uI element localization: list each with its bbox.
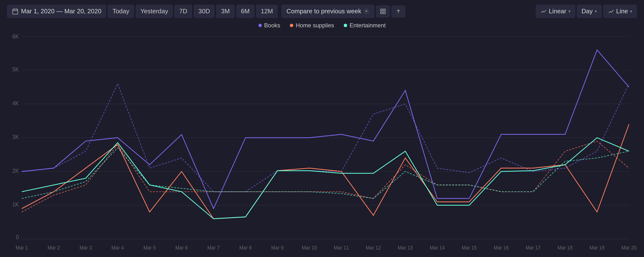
books-solid-line — [22, 50, 629, 209]
chevron-down-icon: ▾ — [568, 9, 570, 14]
books-legend-dot — [258, 24, 262, 27]
yesterday-button[interactable]: Yesterday — [136, 5, 173, 18]
line-chart-icon — [608, 8, 614, 15]
y-label-2k: 2K — [12, 167, 19, 174]
entertainment-legend-dot — [344, 24, 347, 27]
svg-text:Mar 5: Mar 5 — [143, 245, 156, 250]
svg-text:Mar 13: Mar 13 — [398, 245, 413, 250]
line-label: Line — [616, 8, 628, 15]
svg-rect-6 — [380, 12, 382, 14]
compare-button[interactable]: Compare to previous week ✕ — [282, 5, 374, 18]
home-supplies-legend-label: Home supplies — [296, 22, 334, 29]
svg-text:Mar 7: Mar 7 — [208, 245, 220, 250]
30d-button[interactable]: 30D — [194, 5, 215, 18]
upload-icon-button[interactable] — [392, 6, 405, 17]
date-range-button[interactable]: Mar 1, 2020 — Mar 20, 2020 — [7, 5, 106, 18]
home-supplies-legend-dot — [290, 24, 293, 27]
svg-text:Mar 1: Mar 1 — [16, 245, 28, 250]
entertainment-solid-line — [22, 138, 629, 219]
y-label-3k: 3K — [12, 134, 19, 140]
compare-label: Compare to previous week — [286, 8, 361, 15]
svg-text:Mar 2: Mar 2 — [48, 245, 60, 250]
legend-home-supplies: Home supplies — [290, 22, 334, 29]
legend-books: Books — [258, 22, 280, 29]
svg-text:Mar 15: Mar 15 — [462, 245, 477, 250]
svg-text:Mar 17: Mar 17 — [526, 245, 540, 250]
entertainment-dotted-line — [22, 148, 629, 198]
y-label-4k: 4K — [12, 100, 19, 106]
entertainment-legend-label: Entertainment — [350, 22, 386, 29]
grid-icon-button[interactable] — [376, 6, 390, 17]
svg-text:Mar 16: Mar 16 — [494, 245, 508, 250]
3m-button[interactable]: 3M — [216, 5, 234, 18]
svg-rect-7 — [384, 12, 385, 14]
line-chart: 0 1K 2K 3K 4K 5K 6K Mar 1 Mar 2 Mar 3 Ma… — [7, 31, 637, 254]
today-button[interactable]: Today — [108, 5, 134, 18]
books-legend-label: Books — [264, 22, 280, 29]
line-dropdown[interactable]: Line ▾ — [604, 5, 637, 18]
chevron-down-icon: ▾ — [595, 9, 597, 14]
chart-wrapper: 0 1K 2K 3K 4K 5K 6K Mar 1 Mar 2 Mar 3 Ma… — [7, 31, 637, 254]
svg-text:Mar 3: Mar 3 — [80, 245, 92, 250]
12m-button[interactable]: 12M — [256, 5, 278, 18]
close-icon[interactable]: ✕ — [364, 9, 369, 14]
y-label-5k: 5K — [12, 66, 19, 73]
legend-entertainment: Entertainment — [344, 22, 386, 29]
svg-text:Mar 18: Mar 18 — [558, 245, 572, 250]
svg-text:Mar 20: Mar 20 — [622, 245, 636, 250]
svg-text:Mar 14: Mar 14 — [430, 245, 445, 250]
svg-text:Mar 19: Mar 19 — [590, 245, 604, 250]
calendar-icon — [12, 8, 18, 15]
chart-legend: Books Home supplies Entertainment — [7, 22, 637, 29]
main-container: Mar 1, 2020 — Mar 20, 2020 Today Yesterd… — [0, 0, 644, 257]
home-supplies-dotted-line — [22, 141, 629, 212]
linear-dropdown[interactable]: Linear ▾ — [536, 5, 575, 18]
date-range-label: Mar 1, 2020 — Mar 20, 2020 — [21, 8, 101, 15]
upload-icon — [395, 8, 402, 15]
linear-icon — [540, 8, 547, 15]
svg-text:Mar 9: Mar 9 — [271, 245, 284, 250]
y-label-1k: 1K — [12, 201, 19, 208]
svg-text:Mar 8: Mar 8 — [239, 245, 252, 250]
chevron-down-icon: ▾ — [630, 9, 632, 14]
svg-rect-0 — [13, 9, 18, 14]
toolbar: Mar 1, 2020 — Mar 20, 2020 Today Yesterd… — [7, 5, 637, 18]
6m-button[interactable]: 6M — [236, 5, 254, 18]
svg-rect-4 — [380, 9, 382, 11]
grid-icon — [380, 8, 386, 15]
svg-text:Mar 10: Mar 10 — [302, 245, 317, 250]
svg-text:Mar 12: Mar 12 — [366, 245, 381, 250]
y-label-0: 0 — [16, 234, 19, 240]
chart-area: Books Home supplies Entertainment — [7, 22, 637, 254]
svg-rect-5 — [384, 9, 385, 11]
7d-button[interactable]: 7D — [174, 5, 192, 18]
day-label: Day — [582, 8, 593, 15]
y-label-6k: 6K — [12, 33, 19, 40]
svg-text:Mar 6: Mar 6 — [176, 245, 188, 250]
svg-text:Mar 11: Mar 11 — [334, 245, 349, 250]
day-dropdown[interactable]: Day ▾ — [577, 5, 602, 18]
linear-label: Linear — [549, 8, 566, 15]
svg-text:Mar 4: Mar 4 — [112, 245, 124, 250]
